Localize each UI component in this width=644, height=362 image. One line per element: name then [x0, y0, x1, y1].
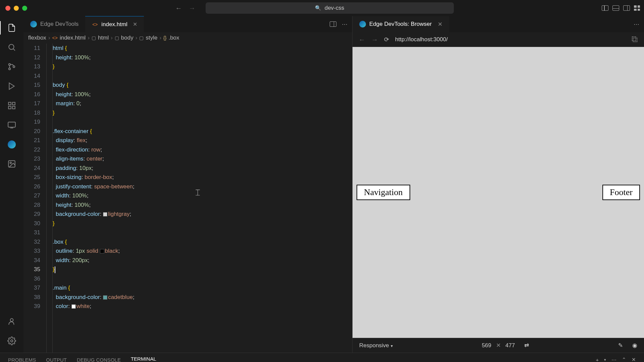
svg-rect-5	[12, 102, 15, 105]
viewport-height[interactable]: 477	[505, 342, 515, 349]
editor-tabs: Edge DevTools <> index.html ✕ ⋯	[23, 16, 352, 32]
source-control-icon[interactable]	[7, 62, 17, 72]
explorer-icon[interactable]	[7, 23, 17, 33]
minimize-window[interactable]	[14, 6, 19, 11]
activity-bar	[0, 16, 23, 353]
svg-point-11	[10, 318, 13, 321]
more-actions-icon[interactable]: ⋯	[342, 21, 347, 28]
line-numbers: 1112131415161718192021222324252627282930…	[23, 44, 46, 353]
bottom-panel: PROBLEMS OUTPUT DEBUG CONSOLE TERMINAL +…	[0, 353, 644, 362]
browser-forward-icon[interactable]: →	[371, 36, 378, 44]
close-tab-icon[interactable]: ✕	[438, 21, 442, 28]
terminal-dropdown-icon[interactable]: ▾	[604, 358, 606, 362]
panel-left-icon[interactable]	[602, 5, 608, 11]
svg-point-0	[9, 44, 14, 49]
history-nav: ← →	[175, 4, 196, 12]
breadcrumb-item[interactable]: body	[121, 35, 133, 41]
run-debug-icon[interactable]	[7, 81, 17, 91]
html-file-icon: <>	[92, 21, 98, 27]
rotate-icon[interactable]: ⇄	[524, 342, 529, 349]
editor-group-left: Edge DevTools <> index.html ✕ ⋯ flexbox›…	[23, 16, 352, 353]
text-cursor-icon: ⌶	[196, 188, 200, 197]
preview-box-navigation: Navigation	[357, 185, 410, 200]
tab-label: Edge DevTools: Browser	[369, 21, 432, 27]
remote-explorer-icon[interactable]	[7, 120, 17, 130]
search-activity-icon[interactable]	[7, 42, 17, 52]
titlebar: ← → 🔍 dev-css	[0, 0, 644, 16]
tab-label: index.html	[101, 21, 127, 28]
forward-arrow[interactable]: →	[189, 4, 196, 12]
code-content[interactable]: ⌶ html { height: 100%; } body { height: …	[46, 44, 352, 353]
maximize-window[interactable]	[22, 6, 27, 11]
back-arrow[interactable]: ←	[175, 4, 182, 12]
window-controls	[5, 6, 27, 11]
viewport-width[interactable]: 569	[482, 342, 491, 349]
svg-point-10	[10, 162, 11, 164]
screencast-icon[interactable]: ✎	[618, 342, 623, 349]
breadcrumb-item[interactable]: index.html	[60, 35, 86, 41]
tab-problems[interactable]: PROBLEMS	[8, 357, 36, 362]
editor-actions: ⋯	[325, 16, 352, 32]
breadcrumb[interactable]: flexbox› <> index.html› ▢ html› ▢ body› …	[23, 32, 352, 44]
symbol-icon: ▢	[139, 35, 144, 41]
panel-tabs: PROBLEMS OUTPUT DEBUG CONSOLE TERMINAL +…	[0, 353, 644, 362]
maximize-panel-icon[interactable]: ⌃	[622, 357, 626, 362]
search-text: dev-css	[325, 5, 344, 11]
dimension-separator: ✕	[496, 342, 501, 349]
preview-box-footer: Footer	[602, 185, 640, 200]
svg-point-1	[9, 64, 10, 65]
customize-layout-icon[interactable]	[634, 5, 640, 11]
device-toolbar: Responsive ▾ 569 ✕ 477 ⇄ ✎ ◉	[353, 338, 644, 353]
svg-point-3	[13, 66, 15, 67]
more-actions-icon[interactable]: ⋯	[634, 21, 639, 28]
reload-icon[interactable]: ⟳	[384, 36, 389, 43]
svg-rect-4	[8, 102, 11, 105]
editor-group-right: Edge DevTools: Browser ✕ ⋯ ← → ⟳ http://…	[352, 16, 644, 353]
tab-index-html[interactable]: <> index.html ✕	[85, 16, 144, 32]
browser-back-icon[interactable]: ←	[359, 36, 365, 44]
tab-label: Edge DevTools	[40, 21, 78, 27]
breadcrumb-item[interactable]: style	[146, 35, 157, 41]
emulation-settings-icon[interactable]: ◉	[632, 342, 637, 349]
more-terminal-actions-icon[interactable]: ⋯	[611, 357, 616, 362]
breadcrumb-item[interactable]: .box	[168, 35, 179, 41]
layout-controls	[602, 5, 640, 11]
symbol-icon: ▢	[115, 35, 119, 41]
new-terminal-icon[interactable]: +	[596, 357, 599, 362]
command-center[interactable]: 🔍 dev-css	[206, 2, 454, 14]
svg-point-2	[9, 68, 10, 70]
accounts-icon[interactable]	[7, 316, 17, 326]
edge-icon	[359, 21, 366, 27]
browser-preview[interactable]: Navigation Footer	[353, 47, 644, 338]
tab-output[interactable]: OUTPUT	[46, 357, 67, 362]
browser-toolbar: ← → ⟳ http://localhost:3000/ ⿻	[353, 32, 644, 47]
panel-right-icon[interactable]	[623, 5, 630, 11]
device-select[interactable]: Responsive ▾	[359, 342, 393, 349]
search-icon: 🔍	[315, 5, 321, 11]
browser-tabs: Edge DevTools: Browser ✕ ⋯	[353, 16, 644, 32]
svg-point-12	[11, 340, 13, 342]
code-editor[interactable]: 1112131415161718192021222324252627282930…	[23, 44, 352, 353]
settings-icon[interactable]	[7, 336, 17, 346]
url-input[interactable]: http://localhost:3000/	[395, 36, 626, 43]
close-window[interactable]	[5, 6, 10, 11]
close-panel-icon[interactable]: ✕	[632, 357, 636, 362]
css-class-icon: {}	[163, 35, 166, 41]
html-file-icon: <>	[52, 35, 58, 41]
edge-icon	[30, 21, 37, 27]
svg-rect-6	[8, 106, 11, 109]
tab-debug-console[interactable]: DEBUG CONSOLE	[77, 357, 121, 362]
split-editor-icon[interactable]	[330, 21, 336, 27]
panel-bottom-icon[interactable]	[612, 5, 619, 11]
breadcrumb-item[interactable]: html	[98, 35, 109, 41]
svg-rect-8	[8, 122, 15, 127]
inspect-icon[interactable]: ⿻	[632, 36, 638, 43]
tab-terminal[interactable]: TERMINAL	[131, 356, 156, 362]
breadcrumb-item[interactable]: flexbox	[28, 35, 46, 41]
image-preview-icon[interactable]	[7, 159, 17, 169]
tab-edge-browser[interactable]: Edge DevTools: Browser ✕	[353, 16, 449, 32]
edge-tools-icon[interactable]	[7, 139, 17, 149]
tab-edge-devtools[interactable]: Edge DevTools	[23, 16, 85, 32]
extensions-icon[interactable]	[7, 101, 17, 111]
close-tab-icon[interactable]: ✕	[133, 21, 137, 27]
